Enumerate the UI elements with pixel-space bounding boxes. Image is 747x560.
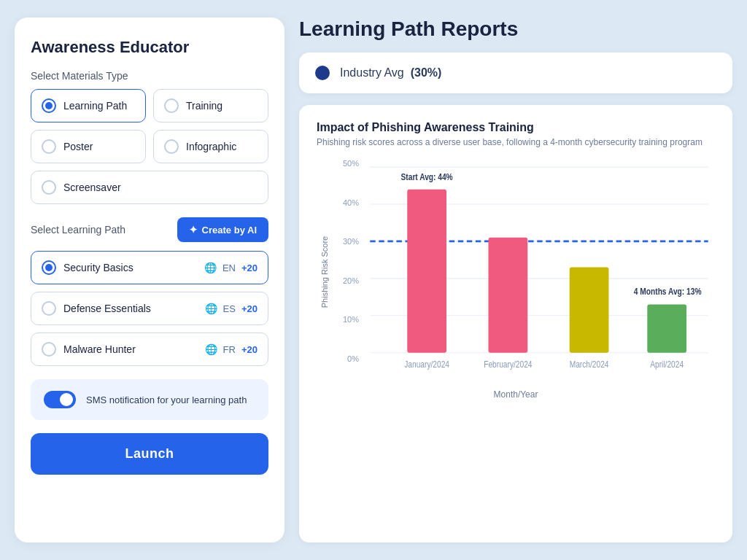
chart-wrapper: Phishing Risk Score 50% 40% 30% 20% 10% …	[317, 159, 715, 385]
lang-defense: ES	[223, 303, 236, 314]
lang-security: EN	[222, 262, 236, 273]
sms-toggle[interactable]	[44, 391, 76, 408]
path-name-security: Security Basics	[63, 262, 133, 273]
material-training[interactable]: Training	[153, 89, 268, 122]
radio-infographic	[164, 139, 179, 154]
learning-path-list: Security Basics 🌐 EN +20 Defense Essenti…	[31, 251, 268, 366]
y-axis-title: Phishing Risk Score	[320, 236, 329, 308]
x-label-feb: February/2024	[484, 359, 532, 369]
chart-card: Impact of Phishing Awareness Training Ph…	[299, 105, 732, 542]
select-path-header: Select Learning Path ✦ Create by AI	[31, 217, 268, 242]
globe-icon-defense: 🌐	[205, 303, 217, 314]
learning-path-section: Select Learning Path ✦ Create by AI Secu…	[31, 217, 268, 366]
industry-avg-card: Industry Avg (30%)	[299, 52, 732, 93]
x-axis-title: Month/Year	[317, 389, 715, 400]
radio-defense-essentials	[42, 301, 56, 316]
x-label-mar: March/2024	[570, 359, 609, 369]
path-left-malware: Malware Hunter	[42, 342, 136, 357]
learning-path-section-label: Select Learning Path	[31, 224, 125, 236]
chart-svg: Start Avg: 44% 4 Months Avg: 13% January…	[363, 159, 715, 385]
radio-security-basics	[42, 260, 56, 275]
bar-april	[647, 305, 686, 353]
bar-january	[407, 190, 446, 353]
chart-title: Impact of Phishing Awareness Training	[317, 121, 715, 134]
material-infographic[interactable]: Infographic	[153, 130, 268, 163]
count-security: +20	[241, 262, 258, 273]
materials-single-grid: Screensaver	[31, 171, 268, 204]
right-panel: Learning Path Reports Industry Avg (30%)…	[299, 18, 732, 542]
path-defense-essentials[interactable]: Defense Essentials 🌐 ES +20	[31, 292, 268, 325]
material-screensaver-label: Screensaver	[63, 182, 121, 193]
materials-section: Select Materials Type Learning Path Trai…	[31, 70, 268, 204]
y-label-50: 50%	[343, 159, 359, 168]
path-security-basics[interactable]: Security Basics 🌐 EN +20	[31, 251, 268, 284]
industry-avg-dot	[315, 66, 330, 80]
path-right-malware: 🌐 FR +20	[205, 343, 258, 355]
industry-avg-text: Industry Avg (30%)	[340, 66, 441, 79]
app-container: Awareness Educator Select Materials Type…	[15, 18, 732, 542]
create-ai-label: Create by AI	[202, 225, 257, 236]
sms-toggle-card: SMS notification for your learning path	[31, 379, 268, 420]
path-left-defense: Defense Essentials	[42, 301, 151, 316]
path-name-defense: Defense Essentials	[63, 303, 151, 314]
materials-grid: Learning Path Training Poster Infographi…	[31, 89, 268, 163]
y-axis-title-container: Phishing Risk Score	[317, 159, 333, 385]
sms-label: SMS notification for your learning path	[86, 394, 247, 405]
lang-malware: FR	[223, 344, 236, 355]
y-label-20: 20%	[343, 276, 359, 285]
radio-poster	[42, 139, 56, 154]
globe-icon-malware: 🌐	[205, 343, 217, 355]
left-panel: Awareness Educator Select Materials Type…	[15, 18, 285, 542]
y-label-40: 40%	[343, 198, 359, 207]
path-right-security: 🌐 EN +20	[204, 262, 258, 273]
industry-avg-label: Industry Avg	[340, 66, 404, 79]
chart-subtitle: Phishing risk scores across a diverse us…	[317, 137, 715, 147]
x-label-jan: January/2024	[404, 359, 449, 369]
path-left-security: Security Basics	[42, 260, 133, 275]
radio-training	[164, 98, 179, 113]
radio-screensaver	[42, 180, 56, 195]
material-screensaver[interactable]: Screensaver	[31, 171, 268, 204]
y-label-0: 0%	[347, 354, 359, 363]
sparkle-icon: ✦	[189, 224, 198, 236]
radio-learning-path	[42, 98, 56, 113]
create-by-ai-button[interactable]: ✦ Create by AI	[177, 217, 268, 242]
material-infographic-label: Infographic	[186, 141, 236, 152]
annotation-4m-avg: 4 Months Avg: 13%	[634, 287, 702, 296]
path-name-malware: Malware Hunter	[63, 343, 136, 355]
count-defense: +20	[241, 303, 258, 314]
panel-title: Awareness Educator	[31, 38, 268, 57]
x-label-apr: April/2024	[650, 359, 684, 369]
material-poster-label: Poster	[63, 141, 93, 152]
launch-button[interactable]: Launch	[31, 433, 268, 475]
right-title: Learning Path Reports	[299, 18, 732, 41]
material-learning-path[interactable]: Learning Path	[31, 89, 146, 122]
industry-avg-value: (30%)	[411, 66, 442, 79]
y-label-10: 10%	[343, 315, 359, 324]
globe-icon-security: 🌐	[204, 262, 217, 273]
material-training-label: Training	[186, 100, 222, 112]
path-malware-hunter[interactable]: Malware Hunter 🌐 FR +20	[31, 332, 268, 366]
bar-march	[570, 268, 609, 353]
y-label-30: 30%	[343, 237, 359, 246]
path-right-defense: 🌐 ES +20	[205, 303, 258, 314]
materials-section-label: Select Materials Type	[31, 70, 268, 82]
radio-malware-hunter	[42, 342, 56, 357]
material-poster[interactable]: Poster	[31, 130, 146, 163]
y-axis: 50% 40% 30% 20% 10% 0%	[336, 159, 359, 385]
annotation-start-avg: Start Avg: 44%	[401, 172, 453, 182]
bar-february	[488, 238, 527, 353]
count-malware: +20	[241, 344, 258, 355]
material-learning-path-label: Learning Path	[63, 100, 127, 112]
chart-plot: Start Avg: 44% 4 Months Avg: 13% January…	[363, 159, 715, 385]
